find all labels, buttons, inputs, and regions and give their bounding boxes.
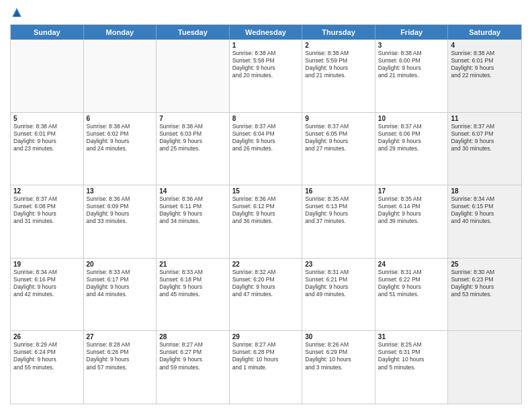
day-number: 31 (378, 333, 445, 340)
calendar-cell-r0-c5: 3Sunrise: 8:38 AM Sunset: 6:00 PM Daylig… (375, 40, 449, 112)
calendar-cell-r0-c4: 2Sunrise: 8:38 AM Sunset: 5:59 PM Daylig… (302, 40, 375, 112)
day-number: 6 (87, 115, 154, 122)
cell-info: Sunrise: 8:30 AM Sunset: 6:23 PM Dayligh… (451, 269, 519, 298)
cell-info: Sunrise: 8:38 AM Sunset: 5:59 PM Dayligh… (305, 50, 372, 79)
day-number: 11 (451, 115, 519, 122)
cell-info: Sunrise: 8:37 AM Sunset: 6:06 PM Dayligh… (378, 123, 445, 152)
cell-info: Sunrise: 8:31 AM Sunset: 6:21 PM Dayligh… (305, 269, 372, 298)
cell-info: Sunrise: 8:36 AM Sunset: 6:11 PM Dayligh… (159, 195, 226, 225)
logo-icon (10, 7, 24, 20)
calendar-row-2: 12Sunrise: 8:37 AM Sunset: 6:08 PM Dayli… (11, 185, 521, 259)
cell-info: Sunrise: 8:38 AM Sunset: 6:02 PM Dayligh… (87, 123, 154, 152)
day-number: 1 (232, 42, 300, 49)
day-number: 2 (305, 42, 372, 49)
day-number: 13 (87, 187, 154, 195)
day-number: 17 (378, 187, 445, 195)
day-number: 27 (87, 333, 154, 340)
cell-info: Sunrise: 8:37 AM Sunset: 6:07 PM Dayligh… (451, 123, 519, 152)
day-number: 21 (159, 261, 226, 268)
cell-info: Sunrise: 8:36 AM Sunset: 6:12 PM Dayligh… (232, 195, 300, 225)
calendar-cell-r1-c6: 11Sunrise: 8:37 AM Sunset: 6:07 PM Dayli… (448, 113, 521, 185)
cell-info: Sunrise: 8:31 AM Sunset: 6:22 PM Dayligh… (378, 269, 445, 298)
header (10, 7, 522, 20)
calendar-cell-r1-c1: 6Sunrise: 8:38 AM Sunset: 6:02 PM Daylig… (84, 113, 157, 185)
calendar-header-row: SundayMondayTuesdayWednesdayThursdayFrid… (11, 25, 521, 40)
day-number: 19 (13, 261, 81, 268)
cell-info: Sunrise: 8:35 AM Sunset: 6:14 PM Dayligh… (378, 195, 445, 225)
day-number: 14 (159, 187, 226, 195)
calendar-cell-r1-c4: 9Sunrise: 8:37 AM Sunset: 6:05 PM Daylig… (302, 113, 375, 185)
calendar-cell-r3-c1: 20Sunrise: 8:33 AM Sunset: 6:17 PM Dayli… (84, 259, 157, 331)
calendar-cell-r0-c3: 1Sunrise: 8:38 AM Sunset: 5:58 PM Daylig… (230, 40, 303, 112)
calendar-cell-r2-c0: 12Sunrise: 8:37 AM Sunset: 6:08 PM Dayli… (11, 185, 84, 258)
calendar-cell-r3-c4: 23Sunrise: 8:31 AM Sunset: 6:21 PM Dayli… (302, 259, 375, 331)
calendar-cell-r2-c6: 18Sunrise: 8:34 AM Sunset: 6:15 PM Dayli… (448, 185, 521, 258)
day-number: 15 (232, 187, 300, 195)
calendar-row-1: 5Sunrise: 8:38 AM Sunset: 6:01 PM Daylig… (11, 113, 521, 186)
calendar-cell-r2-c4: 16Sunrise: 8:35 AM Sunset: 6:13 PM Dayli… (302, 185, 375, 258)
day-number: 16 (305, 187, 372, 195)
calendar: SundayMondayTuesdayWednesdayThursdayFrid… (10, 24, 522, 404)
day-number: 3 (378, 42, 445, 49)
cell-info: Sunrise: 8:26 AM Sunset: 6:29 PM Dayligh… (305, 341, 372, 371)
calendar-cell-r1-c3: 8Sunrise: 8:37 AM Sunset: 6:04 PM Daylig… (230, 113, 303, 185)
day-number: 9 (305, 115, 372, 122)
weekday-header-saturday: Saturday (448, 25, 521, 40)
weekday-header-wednesday: Wednesday (230, 25, 303, 40)
calendar-body: 1Sunrise: 8:38 AM Sunset: 5:58 PM Daylig… (11, 40, 521, 404)
cell-info: Sunrise: 8:37 AM Sunset: 6:08 PM Dayligh… (13, 195, 81, 225)
day-number: 28 (159, 333, 226, 340)
day-number: 18 (451, 187, 519, 195)
weekday-header-sunday: Sunday (11, 25, 84, 40)
day-number: 22 (232, 261, 300, 268)
day-number: 23 (305, 261, 372, 268)
day-number: 30 (305, 333, 372, 340)
calendar-row-0: 1Sunrise: 8:38 AM Sunset: 5:58 PM Daylig… (11, 40, 521, 113)
calendar-cell-r3-c0: 19Sunrise: 8:34 AM Sunset: 6:16 PM Dayli… (11, 259, 84, 331)
day-number: 24 (378, 261, 445, 268)
calendar-row-3: 19Sunrise: 8:34 AM Sunset: 6:16 PM Dayli… (11, 259, 521, 332)
calendar-cell-r3-c5: 24Sunrise: 8:31 AM Sunset: 6:22 PM Dayli… (375, 259, 449, 331)
calendar-cell-r0-c1 (84, 40, 157, 112)
day-number: 29 (232, 333, 300, 340)
cell-info: Sunrise: 8:37 AM Sunset: 6:04 PM Dayligh… (232, 123, 300, 152)
calendar-cell-r2-c3: 15Sunrise: 8:36 AM Sunset: 6:12 PM Dayli… (230, 185, 303, 258)
day-number: 26 (13, 333, 81, 340)
page: SundayMondayTuesdayWednesdayThursdayFrid… (0, 0, 532, 411)
cell-info: Sunrise: 8:38 AM Sunset: 6:01 PM Dayligh… (451, 50, 519, 79)
calendar-cell-r1-c5: 10Sunrise: 8:37 AM Sunset: 6:06 PM Dayli… (375, 113, 449, 185)
calendar-cell-r1-c2: 7Sunrise: 8:38 AM Sunset: 6:03 PM Daylig… (157, 113, 230, 185)
day-number: 25 (451, 261, 519, 268)
cell-info: Sunrise: 8:35 AM Sunset: 6:13 PM Dayligh… (305, 195, 372, 225)
cell-info: Sunrise: 8:28 AM Sunset: 6:26 PM Dayligh… (87, 341, 154, 371)
weekday-header-tuesday: Tuesday (157, 25, 230, 40)
cell-info: Sunrise: 8:32 AM Sunset: 6:20 PM Dayligh… (232, 269, 300, 298)
calendar-cell-r0-c6: 4Sunrise: 8:38 AM Sunset: 6:01 PM Daylig… (448, 40, 521, 112)
cell-info: Sunrise: 8:27 AM Sunset: 6:27 PM Dayligh… (159, 341, 226, 371)
cell-info: Sunrise: 8:25 AM Sunset: 6:31 PM Dayligh… (378, 341, 445, 371)
cell-info: Sunrise: 8:38 AM Sunset: 6:01 PM Dayligh… (13, 123, 81, 152)
cell-info: Sunrise: 8:34 AM Sunset: 6:16 PM Dayligh… (13, 269, 81, 298)
cell-info: Sunrise: 8:38 AM Sunset: 6:03 PM Dayligh… (159, 123, 226, 152)
calendar-cell-r2-c5: 17Sunrise: 8:35 AM Sunset: 6:14 PM Dayli… (375, 185, 449, 258)
calendar-cell-r3-c3: 22Sunrise: 8:32 AM Sunset: 6:20 PM Dayli… (230, 259, 303, 331)
cell-info: Sunrise: 8:36 AM Sunset: 6:09 PM Dayligh… (87, 195, 154, 225)
cell-info: Sunrise: 8:33 AM Sunset: 6:17 PM Dayligh… (87, 269, 154, 298)
cell-info: Sunrise: 8:38 AM Sunset: 6:00 PM Dayligh… (378, 50, 445, 79)
day-number: 10 (378, 115, 445, 122)
day-number: 8 (232, 115, 300, 122)
calendar-cell-r1-c0: 5Sunrise: 8:38 AM Sunset: 6:01 PM Daylig… (11, 113, 84, 185)
cell-info: Sunrise: 8:37 AM Sunset: 6:05 PM Dayligh… (305, 123, 372, 152)
calendar-cell-r0-c2 (157, 40, 230, 112)
calendar-cell-r4-c2: 28Sunrise: 8:27 AM Sunset: 6:27 PM Dayli… (157, 331, 230, 404)
calendar-cell-r2-c2: 14Sunrise: 8:36 AM Sunset: 6:11 PM Dayli… (157, 185, 230, 258)
weekday-header-thursday: Thursday (302, 25, 375, 40)
calendar-cell-r4-c0: 26Sunrise: 8:29 AM Sunset: 6:24 PM Dayli… (11, 331, 84, 404)
day-number: 12 (13, 187, 81, 195)
calendar-cell-r3-c2: 21Sunrise: 8:33 AM Sunset: 6:18 PM Dayli… (157, 259, 230, 331)
calendar-cell-r4-c1: 27Sunrise: 8:28 AM Sunset: 6:26 PM Dayli… (84, 331, 157, 404)
cell-info: Sunrise: 8:27 AM Sunset: 6:28 PM Dayligh… (232, 341, 300, 371)
calendar-cell-r4-c4: 30Sunrise: 8:26 AM Sunset: 6:29 PM Dayli… (302, 331, 375, 404)
cell-info: Sunrise: 8:34 AM Sunset: 6:15 PM Dayligh… (451, 195, 519, 225)
day-number: 7 (159, 115, 226, 122)
